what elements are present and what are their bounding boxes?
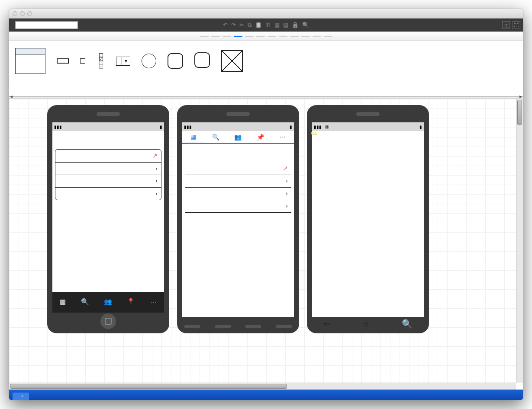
tab-people[interactable]: 👥	[227, 131, 249, 143]
calendar-icon: ▦	[60, 298, 66, 306]
minimize-icon[interactable]	[20, 11, 25, 16]
category-bar	[9, 32, 523, 41]
cat-buttons[interactable]	[222, 36, 231, 37]
lib-image[interactable]	[221, 45, 243, 79]
cat-text[interactable]	[324, 36, 332, 37]
group-icon[interactable]: ▦	[274, 22, 280, 29]
traffic-lights	[9, 11, 32, 16]
cat-project[interactable]	[313, 36, 321, 37]
edit-tooltip	[311, 132, 317, 134]
list-item[interactable]: ↗	[185, 162, 291, 175]
paste-icon[interactable]: 📋	[255, 22, 262, 29]
tab-schedule[interactable]: ▦	[182, 131, 205, 144]
lib-browser-window[interactable]	[15, 45, 45, 79]
people-icon: 👥	[104, 298, 112, 306]
mockup-wp7[interactable]: ▮▮▮⊠▮	[307, 105, 429, 333]
tab-more[interactable]: ⋯	[150, 298, 157, 307]
lib-geometric[interactable]	[142, 45, 156, 79]
hw-buttons	[177, 325, 299, 328]
list-item[interactable]: ›	[55, 163, 161, 175]
search-icon[interactable]: 🔍	[302, 22, 309, 29]
lib-combobox[interactable]: ▾	[116, 45, 130, 79]
lock-icon[interactable]: 🔒	[292, 22, 299, 29]
tab-schedule[interactable]: ▦	[60, 298, 66, 307]
cut-icon[interactable]: ✂	[239, 22, 244, 29]
status-bar: ▮▮▮ ▮	[52, 122, 164, 131]
mockup-ios[interactable]: ▮▮▮ ▮ ↗	[47, 105, 169, 333]
tab-bar: ▦ 🔍 👥 📍 ⋯	[52, 292, 164, 313]
tab-sessions[interactable]: 👥	[104, 298, 112, 307]
document-tabs: ×	[9, 390, 523, 400]
search-icon[interactable]: 🔍	[402, 319, 413, 329]
chevron-right-icon: ›	[155, 190, 158, 197]
tab-speakers[interactable]: 🔍	[81, 298, 89, 307]
cat-layout[interactable]	[279, 36, 287, 37]
undo-icon[interactable]: ↶	[223, 22, 228, 29]
horizontal-scrollbar[interactable]	[9, 383, 516, 390]
action-bar: ▦ 🔍 👥 📌 ⋯	[182, 131, 294, 144]
lib-checkbox[interactable]	[80, 45, 88, 79]
cat-containers[interactable]	[245, 36, 254, 37]
tab-search[interactable]: 🔍	[205, 131, 227, 143]
toggle-panel-icon[interactable]: ◫	[502, 21, 510, 29]
titlebar[interactable]	[9, 9, 523, 19]
tab-pin[interactable]: 📌	[249, 131, 272, 143]
mic-icon: 🔍	[81, 298, 89, 306]
chevron-right-icon: ›	[155, 178, 158, 185]
tab-home[interactable]: ×	[13, 393, 29, 400]
schedule-list: ↗ › › ›	[55, 149, 161, 200]
cat-all[interactable]	[200, 36, 209, 37]
back-icon[interactable]: ⇦	[323, 319, 331, 329]
lib-checkbox-group[interactable]: ✓ ✓	[99, 45, 105, 79]
more-icon: ⋯	[150, 298, 157, 306]
home-button[interactable]	[100, 313, 116, 329]
delete-icon[interactable]: 🗑	[265, 22, 271, 29]
align-icon[interactable]: ▤	[283, 22, 288, 29]
tab-overflow[interactable]: ⋯	[271, 131, 294, 143]
app-window: ↶ ↷ ✂ ⧉ 📋 🗑 ▦ ▤ 🔒 🔍 ◫ ⛶	[9, 9, 523, 400]
copy-icon[interactable]: ⧉	[248, 22, 251, 29]
home-icon[interactable]: ⌂	[364, 319, 369, 329]
battery-icon: ▮	[160, 125, 162, 129]
chevron-right-icon: ↗	[152, 152, 158, 160]
close-icon[interactable]: ×	[21, 394, 24, 399]
list-item[interactable]: ›	[185, 188, 291, 200]
close-icon[interactable]	[13, 11, 17, 16]
search-input[interactable]	[15, 21, 78, 29]
list-item[interactable]: ›	[55, 175, 161, 188]
cat-forms[interactable]	[256, 36, 265, 37]
mockup-android[interactable]: ▮▮▮▮ ▦ 🔍 👥 📌 ⋯	[177, 105, 299, 333]
redo-icon[interactable]: ↷	[231, 22, 236, 29]
chevron-right-icon: ›	[155, 165, 158, 172]
tab-maps[interactable]: 📍	[127, 298, 135, 307]
zoom-icon[interactable]	[27, 11, 32, 16]
quickadd-bar: ↶ ↷ ✂ ⧉ 📋 🗑 ▦ ▤ 🔒 🔍 ◫ ⛶	[9, 19, 523, 32]
mockup-canvas[interactable]: ▮▮▮ ▮ ↗	[9, 99, 516, 383]
cat-big[interactable]	[211, 36, 220, 37]
list-item[interactable]: ›	[185, 200, 291, 213]
signal-icon: ▮▮▮	[54, 125, 62, 129]
lib-icon-text[interactable]	[194, 45, 210, 79]
list-item[interactable]: ›	[185, 175, 291, 188]
list-item[interactable]: ›	[55, 188, 161, 200]
cat-markup[interactable]	[290, 36, 299, 37]
fullscreen-icon[interactable]: ⛶	[513, 21, 520, 29]
cat-common[interactable]	[234, 36, 242, 37]
lib-icon[interactable]	[168, 45, 183, 79]
pin-icon: 📍	[127, 298, 135, 306]
lib-button[interactable]	[57, 45, 69, 79]
list-item[interactable]: ↗	[55, 150, 161, 163]
cat-media[interactable]	[301, 36, 310, 37]
cat-iphone[interactable]	[268, 36, 276, 37]
vertical-scrollbar[interactable]	[516, 99, 523, 383]
ui-library: ✓ ✓ ▾	[9, 41, 523, 96]
